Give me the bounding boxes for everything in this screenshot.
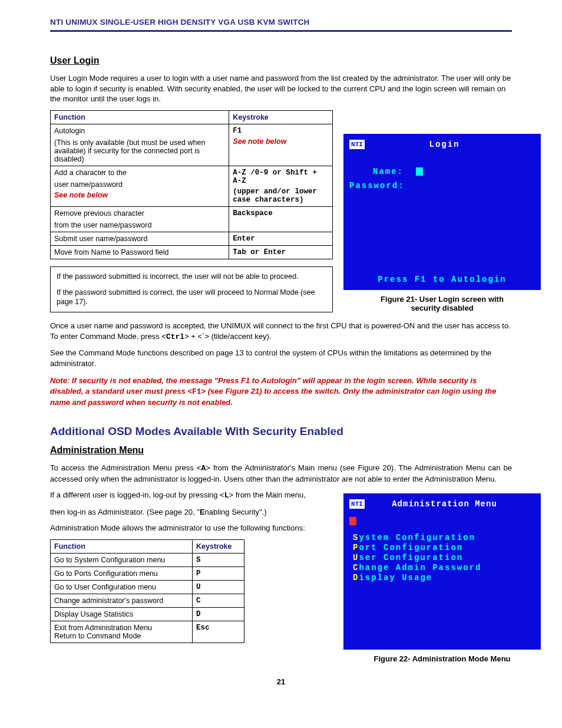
nti-logo-icon: NTI	[349, 499, 365, 509]
login-right: NTI Login Name: Password: Press F1 to Au…	[343, 110, 541, 312]
osd-name-label: Name:	[373, 167, 404, 176]
osd-menu-item: System Configuration	[353, 533, 535, 542]
th-keystroke: Keystroke	[229, 110, 333, 124]
figure-21-caption: Figure 21- User Login screen with securi…	[343, 295, 541, 312]
fn: Display Usage Statistics	[51, 607, 193, 621]
notebox-p2: If the password submitted is correct, th…	[57, 288, 326, 308]
admin-p1: To access the Administration Menu press …	[50, 463, 512, 484]
key-main: Tab or Enter	[229, 245, 333, 259]
osd-footer: Press F1 to Autologin	[349, 275, 535, 284]
login-keystroke-table: Function Keystroke Autologin (This is on…	[50, 110, 333, 259]
key: U	[193, 580, 244, 594]
table-header-row: Function Keystroke	[51, 539, 244, 553]
key-main: Enter	[229, 232, 333, 245]
th-keystroke: Keystroke	[193, 539, 244, 553]
header-rule	[50, 30, 512, 32]
cursor-icon	[416, 167, 423, 176]
key-sub: (upper and/or lower case characters)	[233, 187, 329, 204]
osd-password-label: Password:	[349, 181, 405, 190]
admin-p4: Administration Mode allows the administr…	[50, 523, 333, 533]
table-row: Add a character to the user name/passwor…	[51, 166, 333, 206]
user-login-heading: User Login	[50, 55, 512, 66]
osd-login-screen: NTI Login Name: Password: Press F1 to Au…	[343, 134, 541, 290]
admin-menu-heading: Administration Menu	[50, 445, 512, 456]
caption-line1: Figure 21- User Login screen with	[381, 295, 504, 304]
nti-logo-icon: NTI	[349, 140, 365, 149]
table-row: Change administrator's password C	[51, 594, 244, 607]
admin-p2: If a different user is logged-in, log-ou…	[50, 490, 333, 501]
fn: Change administrator's password	[51, 594, 193, 607]
key-main: A-Z /0-9 or Shift + A-Z	[233, 169, 329, 185]
fn-main: Autologin	[54, 127, 225, 135]
fn-main: Remove previous character	[54, 209, 225, 218]
table-row: Exit from Administration Menu Return to …	[51, 621, 244, 643]
fn-sub2: user name/password	[54, 180, 225, 189]
osd-title: Login	[372, 140, 535, 149]
fn-sub2: from the user name/password	[54, 221, 225, 229]
table-row: Go to System Configuration menu S	[51, 553, 244, 566]
fn-main: Move from Name to Password field	[51, 245, 229, 259]
osd-menu-item: Display Usage	[353, 573, 535, 582]
notebox-p1: If the password submitted is incorrect, …	[57, 272, 326, 282]
table-row: Remove previous character from the user …	[51, 206, 333, 232]
key-main: Backspace	[229, 206, 333, 232]
admin-keystroke-table: Function Keystroke Go to System Configur…	[50, 539, 244, 643]
admin-p3: then log-in as Administrator. (See page …	[50, 507, 333, 518]
osd-menu-item: Change Admin Password	[353, 563, 535, 572]
osd-admin-screen: NTI Administration Menu System Configura…	[343, 493, 541, 650]
password-note-box: If the password submitted is incorrect, …	[50, 266, 333, 313]
admin-left: If a different user is logged-in, log-ou…	[50, 490, 333, 643]
running-header: NTI UNIMUX SINGLE-USER HIGH DENSITY VGA …	[50, 18, 512, 30]
key-main: F1	[233, 127, 329, 135]
login-left: Function Keystroke Autologin (This is on…	[50, 110, 333, 313]
security-note: Note: If security is not enabled, the me…	[50, 375, 512, 407]
fn: Exit from Administration Menu Return to …	[51, 621, 193, 643]
th-function: Function	[51, 539, 193, 553]
key: D	[193, 607, 244, 621]
fn: Go to User Configuration menu	[51, 580, 193, 594]
table-header-row: Function Keystroke	[51, 110, 333, 124]
login-columns: Function Keystroke Autologin (This is on…	[50, 110, 512, 313]
fn: Go to System Configuration menu	[51, 553, 193, 566]
key: C	[193, 594, 244, 607]
key: Esc	[193, 621, 244, 643]
key: S	[193, 553, 244, 566]
table-row: Autologin (This is only available (but m…	[51, 124, 333, 166]
additional-osd-heading: Additional OSD Modes Available With Secu…	[50, 425, 512, 438]
user-login-intro: User Login Mode requires a user to login…	[50, 73, 512, 104]
fn-sub: (This is only available (but must be use…	[54, 139, 225, 163]
table-row: Go to User Configuration menu U	[51, 580, 244, 594]
fn-main: Submit user name/password	[51, 232, 229, 245]
table-row: Submit user name/password Enter	[51, 232, 333, 245]
table-row: Display Usage Statistics D	[51, 607, 244, 621]
key-note: See note below	[233, 137, 329, 146]
fn-main: Add a character to the	[54, 169, 225, 177]
osd-menu-item: Port Configuration	[353, 543, 535, 552]
selection-cursor-icon	[349, 517, 356, 525]
th-function: Function	[51, 110, 229, 124]
after-login-p1: Once a user name and password is accepte…	[50, 321, 512, 342]
caption-line2: security disabled	[411, 304, 473, 312]
table-row: Go to Ports Configuration menu P	[51, 566, 244, 580]
admin-right: NTI Administration Menu System Configura…	[343, 490, 541, 663]
osd-menu-item: User Configuration	[353, 553, 535, 562]
table-row: Move from Name to Password field Tab or …	[51, 245, 333, 259]
key: P	[193, 566, 244, 580]
page-number: 21	[50, 677, 512, 686]
after-login-p2: See the Command Mode functions described…	[50, 348, 512, 368]
fn: Go to Ports Configuration menu	[51, 566, 193, 580]
figure-22-caption: Figure 22- Administration Mode Menu	[343, 654, 541, 663]
document-page: NTI UNIMUX SINGLE-USER HIGH DENSITY VGA …	[0, 0, 562, 710]
osd-title: Administration Menu	[372, 499, 535, 509]
fn-note: See note below	[54, 191, 225, 199]
admin-columns: If a different user is logged-in, log-ou…	[50, 490, 512, 663]
